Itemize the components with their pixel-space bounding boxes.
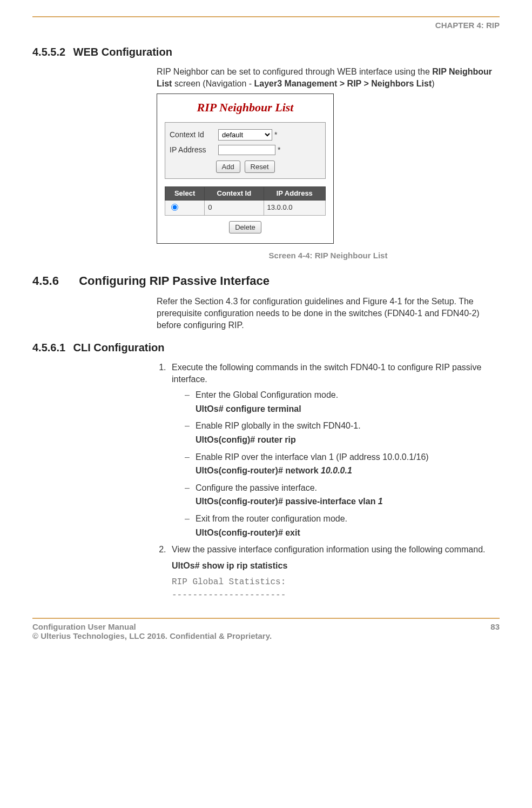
substep-2: Enable RIP globally in the switch FDN40-… — [185, 420, 500, 445]
chapter-header: CHAPTER 4: RIP — [32, 21, 500, 30]
intro-pre: RIP Neighbor can be set to configured th… — [157, 67, 432, 76]
substep-4-cmd: UltOs(config-router)# passive-interface … — [196, 496, 500, 507]
substep-3-cmd-ital: 10.0.0.1 — [321, 466, 352, 475]
section-456-para: Refer the Section 4.3 for configuration … — [157, 296, 500, 331]
footer-copyright: © Ulterius Technologies, LLC 2016. Confi… — [32, 631, 272, 640]
substep-1-cmd: UltOs# configure terminal — [196, 403, 500, 415]
step-1-text: Execute the following commands in the sw… — [172, 363, 481, 384]
step-1: Execute the following commands in the sw… — [169, 362, 500, 538]
add-button[interactable]: Add — [216, 161, 240, 173]
col-context: Context Id — [205, 187, 264, 201]
section-4552-heading: 4.5.5.2 WEB Configuration — [32, 46, 500, 58]
ip-asterisk: * — [278, 145, 280, 155]
output-line-2: ---------------------- — [172, 590, 500, 602]
section-4561-number: 4.5.6.1 — [32, 342, 70, 354]
delete-button[interactable]: Delete — [229, 221, 261, 234]
context-id-select[interactable]: default — [218, 129, 272, 141]
footer-title: Configuration User Manual — [32, 622, 272, 631]
section-456-heading: 4.5.6 Configuring RIP Passive Interface — [32, 274, 500, 288]
section-4552-number: 4.5.5.2 — [32, 46, 70, 58]
table-row: 0 13.0.0.0 — [165, 200, 326, 215]
screenshot-title: RIP Neighbour List — [161, 99, 329, 116]
substep-1-text: Enter the Global Configuration mode. — [196, 390, 338, 399]
row-select-radio[interactable] — [171, 204, 178, 211]
footer-page-number: 83 — [490, 622, 500, 640]
intro-end: ) — [432, 79, 434, 88]
context-id-label: Context Id — [170, 130, 218, 140]
substep-3: Enable RIP over the interface vlan 1 (IP… — [185, 451, 500, 477]
section-456-number: 4.5.6 — [32, 274, 76, 288]
neighbour-form: Context Id default * IP Address * — [165, 122, 326, 179]
substep-5-cmd: UltOs(config-router)# exit — [196, 527, 500, 539]
footer-left: Configuration User Manual © Ulterius Tec… — [32, 622, 272, 640]
substep-2-cmd: UltOs(config)# router rip — [196, 434, 500, 446]
section-456-title: Configuring RIP Passive Interface — [79, 274, 270, 288]
figure-caption: Screen 4-4: RIP Neighbour List — [157, 250, 500, 261]
section-4552-title: WEB Configuration — [73, 46, 172, 58]
ip-address-input[interactable] — [218, 145, 275, 155]
step-2-cmd: UltOs# show ip rip statistics — [172, 560, 500, 572]
substep-2-text: Enable RIP globally in the switch FDN40-… — [196, 421, 361, 430]
output-line-1: RIP Global Statistics: — [172, 577, 500, 589]
section-4561-heading: 4.5.6.1 CLI Configuration — [32, 342, 500, 354]
substep-4-text: Configure the passive interface. — [196, 483, 317, 492]
context-asterisk: * — [274, 130, 277, 140]
step-2: View the passive interface configuration… — [169, 544, 500, 556]
rip-neighbour-screenshot: RIP Neighbour List Context Id default * … — [157, 94, 334, 244]
substep-1: Enter the Global Configuration mode. Ult… — [185, 389, 500, 415]
col-select: Select — [165, 187, 205, 201]
substep-3-cmd-pre: UltOs(config-router)# network — [196, 466, 321, 475]
substep-3-text: Enable RIP over the interface vlan 1 (IP… — [196, 452, 429, 462]
substep-4-cmd-pre: UltOs(config-router)# passive-interface … — [196, 497, 378, 506]
col-ip: IP Address — [264, 187, 325, 201]
section-4552-intro: RIP Neighbor can be set to configured th… — [157, 66, 500, 89]
section-4561-title: CLI Configuration — [73, 342, 165, 353]
row-ip: 13.0.0.0 — [264, 200, 325, 215]
reset-button[interactable]: Reset — [245, 161, 275, 173]
substep-3-cmd: UltOs(config-router)# network 10.0.0.1 — [196, 465, 500, 477]
neighbour-table: Select Context Id IP Address 0 13.0.0.0 — [165, 186, 326, 215]
row-context: 0 — [205, 200, 264, 215]
step-2-text: View the passive interface configuration… — [172, 545, 485, 554]
substep-4-cmd-ital: 1 — [378, 497, 383, 506]
intro-bold2: Layer3 Management > RIP > Neighbors List — [254, 79, 432, 88]
substep-4: Configure the passive interface. UltOs(c… — [185, 482, 500, 507]
intro-mid: screen (Navigation - — [172, 79, 254, 88]
ip-address-label: IP Address — [170, 145, 218, 155]
substep-5: Exit from the router configuration mode.… — [185, 513, 500, 538]
substep-5-text: Exit from the router configuration mode. — [196, 514, 347, 523]
